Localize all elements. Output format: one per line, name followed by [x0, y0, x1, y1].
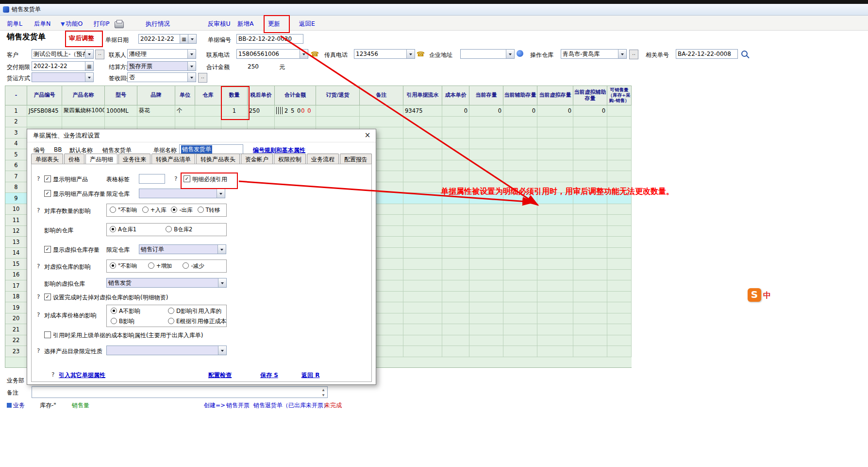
grid-cell[interactable]	[469, 237, 503, 248]
grid-cell[interactable]	[221, 117, 248, 128]
grid-cell[interactable]: 葵花	[137, 105, 175, 117]
grid-cell[interactable]	[503, 160, 537, 172]
grid-cell[interactable]	[175, 117, 195, 128]
grid-cell[interactable]	[573, 302, 607, 313]
grid-cell[interactable]	[607, 138, 632, 150]
grid-cell[interactable]	[403, 160, 442, 172]
column-header[interactable]: 引用单据流水	[403, 86, 442, 105]
globe-icon[interactable]	[517, 50, 523, 57]
help-icon[interactable]: ?	[37, 207, 40, 214]
grid-cell[interactable]	[469, 160, 503, 172]
grid-cell[interactable]	[469, 127, 503, 138]
column-header[interactable]: 当前存量	[469, 86, 503, 105]
grid-cell[interactable]	[607, 226, 632, 237]
radio-virtual-none[interactable]: "不影响	[110, 262, 137, 270]
close-icon[interactable]: ×	[362, 131, 373, 140]
dropdown-icon[interactable]	[618, 50, 626, 58]
radio-out-stock[interactable]: -出库	[171, 207, 192, 214]
grid-cell[interactable]	[573, 160, 607, 172]
grid-cell[interactable]	[607, 160, 632, 172]
grid-cell[interactable]: 250	[248, 105, 275, 117]
grid-cell[interactable]	[573, 226, 607, 237]
grid-cell[interactable]	[469, 149, 503, 160]
help-icon[interactable]: ?	[174, 175, 177, 182]
grid-cell[interactable]	[607, 171, 632, 182]
grid-cell[interactable]	[503, 149, 537, 160]
grid-cell[interactable]	[503, 280, 537, 292]
spinner-control[interactable]: ▲▼	[320, 388, 326, 397]
grid-cell[interactable]: 聚四氟烧杯1000ML|葵花	[62, 105, 105, 117]
column-header[interactable]: 品牌	[137, 86, 175, 105]
grid-cell[interactable]	[195, 117, 221, 128]
receipt-browse-button[interactable]: ..	[198, 73, 207, 83]
grid-cell[interactable]	[503, 127, 537, 138]
contact-combobox[interactable]: 潘经理	[127, 49, 196, 59]
dropdown-icon[interactable]	[85, 50, 93, 58]
dropdown-icon[interactable]	[85, 73, 93, 82]
help-icon[interactable]: ?	[37, 263, 40, 270]
footer-create-link[interactable]: 创建=>	[204, 401, 225, 410]
warehouse-combobox[interactable]: 青岛市-黄岛库	[561, 49, 627, 59]
print-button[interactable]: 打印P	[94, 20, 110, 28]
column-header[interactable]: 订货/退货	[316, 86, 360, 105]
grid-cell[interactable]	[403, 248, 442, 259]
grid-cell[interactable]	[537, 138, 573, 150]
grid-cell[interactable]	[469, 226, 503, 237]
dropdown-icon[interactable]	[300, 50, 308, 58]
footer-invoice-link[interactable]: 销售开票	[226, 401, 250, 410]
remove-virtual-checkbox[interactable]: ✓设置完成时去掉对虚拟仓库的影响(明细物资)	[44, 294, 168, 302]
spin-up-icon[interactable]: ▲	[320, 388, 326, 391]
add-new-button[interactable]: 新增A	[237, 20, 254, 28]
grid-cell[interactable]: 0	[503, 105, 537, 117]
show-virtual-checkbox[interactable]: ✓显示虚拟仓库存量	[44, 246, 100, 254]
customer-combobox[interactable]: 测试公司线上-（预存开	[32, 49, 94, 59]
grid-cell[interactable]	[607, 259, 632, 270]
column-header[interactable]: 税后单价	[248, 86, 275, 105]
column-header[interactable]: 型号	[105, 86, 137, 105]
grid-cell[interactable]	[607, 127, 632, 138]
dropdown-icon[interactable]	[506, 50, 514, 58]
grid-cell[interactable]	[573, 270, 607, 281]
grid-cell[interactable]	[469, 138, 503, 150]
execution-status-button[interactable]: 执行情况	[146, 20, 170, 28]
grid-cell[interactable]	[503, 215, 537, 226]
grid-cell[interactable]	[469, 292, 503, 303]
limit-warehouse-combobox[interactable]	[139, 189, 225, 198]
table-row[interactable]: 2	[5, 117, 632, 128]
grid-cell[interactable]	[403, 302, 442, 313]
grid-cell[interactable]	[573, 237, 607, 248]
grid-cell[interactable]	[469, 335, 503, 346]
grid-cell[interactable]	[503, 226, 537, 237]
grid-cell[interactable]	[469, 346, 503, 357]
grid-cell[interactable]: 2 5 00 0	[275, 105, 316, 117]
grid-cell[interactable]	[403, 237, 442, 248]
grid-cell[interactable]	[403, 204, 442, 215]
column-header[interactable]: 可销售量（库存+采购-销售）	[607, 86, 632, 105]
grid-cell[interactable]	[403, 292, 442, 303]
function-menu-button[interactable]: ▼功能O	[61, 20, 83, 28]
grid-cell[interactable]	[607, 204, 632, 215]
grid-cell[interactable]	[607, 237, 632, 248]
grid-cell[interactable]	[573, 215, 607, 226]
grid-cell[interactable]	[469, 204, 503, 215]
grid-cell[interactable]: JSFSB0845	[27, 105, 62, 117]
grid-cell[interactable]	[503, 346, 537, 357]
grid-cell[interactable]	[537, 346, 573, 357]
import-properties-link[interactable]: 引入其它单据属性	[59, 371, 105, 380]
phone-icon[interactable]: ☎	[417, 50, 425, 58]
grid-cell[interactable]: 93475	[403, 105, 442, 117]
grid-cell[interactable]	[360, 105, 403, 117]
grid-cell[interactable]	[403, 127, 442, 138]
grid-cell[interactable]	[403, 182, 442, 193]
footer-tab-business[interactable]: 业务	[7, 401, 25, 410]
dropdown-icon[interactable]	[217, 245, 226, 254]
virtual-warehouse-combobox[interactable]: 销售发货	[106, 278, 227, 288]
calendar-icon[interactable]: ▦	[180, 35, 188, 43]
grid-cell[interactable]	[537, 324, 573, 335]
grid-cell[interactable]	[403, 259, 442, 270]
radio-cost-a[interactable]: A不影响	[111, 307, 140, 315]
dropdown-icon[interactable]	[218, 278, 226, 287]
parent-cost-checkbox[interactable]: 引用时采用上级单据的成本影响属性(主要用于出库入库单)	[44, 331, 203, 340]
grid-cell[interactable]	[607, 346, 632, 357]
grid-cell[interactable]	[469, 259, 503, 270]
